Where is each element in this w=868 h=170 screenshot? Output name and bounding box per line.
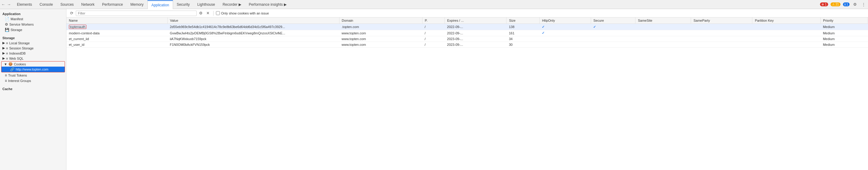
storage-app-icon: 💾 [5,28,9,32]
table-row[interactable]: modern-context-dataGvwBwJwHts2jvDEMBj0GS… [66,30,868,36]
cell-path: / [422,36,444,42]
cookies-table-container: Name Value Domain P. Expires / ... Size … [66,17,868,170]
col-priority[interactable]: Priority [820,17,868,24]
devtools-nav-icons: ← → [1,2,11,7]
clear-filter-button[interactable]: ✕ [205,10,211,16]
filter-input[interactable] [76,10,196,16]
sidebar-app-title: Application [0,10,66,16]
cell-sameparty [691,30,752,36]
tab-application[interactable]: Application [147,0,173,9]
col-domain[interactable]: Domain [339,17,422,24]
warning-badge: ⚠ 21 [831,2,840,6]
info-badge: ℹ 1 [843,2,849,6]
col-partition-key[interactable]: Partition Key [752,17,820,24]
tab-console-label: Console [39,2,53,7]
sidebar-item-indexeddb[interactable]: ▶ ≡ IndexedDB [0,51,66,56]
cell-expires: 2022-09-... [444,30,506,36]
col-expires[interactable]: Expires / ... [444,17,506,24]
cell-name: et_user_id [66,42,167,48]
cell-value: F1N0OM0bAckFVN159pck [167,42,339,48]
sidebar-item-session-storage[interactable]: ▶ ≡ Session Storage [0,45,66,51]
sidebar-item-interest-groups[interactable]: ≡ Interest Groups [0,78,66,84]
cell-size: 30 [506,42,539,48]
sidebar-item-trust-tokens[interactable]: ≡ Trust Tokens [0,73,66,78]
only-issue-checkbox[interactable] [216,11,220,15]
tab-performance[interactable]: Performance [98,0,127,9]
tab-security[interactable]: Security [173,0,194,9]
sidebar-item-manifest[interactable]: 📄 Manifest [0,16,66,22]
cell-size: 161 [506,30,539,36]
tab-network-label: Network [81,2,95,7]
sidebar-item-trust-tokens-label: Trust Tokens [8,74,27,77]
sidebar-item-storage-app[interactable]: 💾 Storage [0,27,66,33]
tab-bar: ← → Elements Console Sources Network Per… [0,0,868,9]
col-secure[interactable]: Secure [591,17,636,24]
back-icon[interactable]: ← [1,2,5,7]
devtools-settings-button[interactable]: ⚙ [852,1,858,7]
sidebar-item-cookies[interactable]: ▼ 🍪 Cookies [1,61,65,67]
tab-lighthouse[interactable]: Lighthouse [194,0,219,9]
tab-lighthouse-label: Lighthouse [197,2,215,7]
cell-domain: www.topten.com [339,42,422,48]
tab-memory[interactable]: Memory [127,0,147,9]
tab-recorder[interactable]: Recorder ▶ [219,0,245,9]
col-samesite[interactable]: SameSite [636,17,691,24]
sidebar-item-local-storage[interactable]: ▶ ≡ Local Storage [0,40,66,45]
cell-size: 138 [506,24,539,30]
col-httponly[interactable]: HttpOnly [539,17,591,24]
col-sameparty[interactable]: SameParty [691,17,752,24]
tab-security-label: Security [177,2,190,7]
cell-partition-key [752,24,820,30]
cookie-name-outlined: toptenauth [69,25,86,29]
tab-memory-label: Memory [130,2,144,7]
sidebar-item-web-sql[interactable]: ▶ ≡ Web SQL [0,56,66,61]
cell-expires: 2022-09-... [444,24,506,30]
cell-domain: www.topten.com [339,30,422,36]
cell-path: / [422,30,444,36]
sidebar-item-service-workers[interactable]: ⚙ Service Workers [0,22,66,27]
expand-icon: ▶ [2,41,5,45]
sidebar-item-local-storage-label: Local Storage [9,41,30,45]
local-storage-icon: ≡ [6,41,8,45]
cell-expires: 2023-09-... [444,36,506,42]
tab-console[interactable]: Console [36,0,57,9]
devtools-more-button[interactable]: ⋮ [861,1,867,7]
main-layout: Application 📄 Manifest ⚙ Service Workers… [0,9,868,170]
manifest-icon: 📄 [5,17,9,21]
table-row[interactable]: et_current_iidiiA7NqKWxkuob7159pckwww.to… [66,36,868,42]
cell-domain: .topten.com [339,24,422,30]
cell-value: 2d55eb969c9e54db1c4194614c78c9e8b63be6d6… [167,24,339,30]
sidebar-item-service-workers-label: Service Workers [9,23,33,26]
tab-recorder-label: Recorder ▶ [223,2,241,7]
tab-performance-insights[interactable]: Performance insights ▶ [245,0,290,9]
only-issue-filter[interactable]: Only show cookies with an issue [216,11,269,15]
sidebar-item-topten-label: http://www.topten.com [16,68,48,71]
col-size[interactable]: Size [506,17,539,24]
tab-elements[interactable]: Elements [13,0,36,9]
cell-domain: www.topten.com [339,36,422,42]
expand-icon-session: ▶ [2,46,5,50]
forward-icon[interactable]: → [7,2,11,7]
cell-path: / [422,42,444,48]
refresh-button[interactable]: ⟳ [69,10,74,16]
filter-settings-button[interactable]: ⚙ [198,10,204,16]
cell-priority: Medium [820,36,868,42]
expand-icon-idb: ▶ [2,51,5,55]
tab-elements-label: Elements [17,2,32,7]
sidebar-item-topten-url[interactable]: 🔗 http://www.topten.com [1,67,65,72]
tab-performance-insights-label: Performance insights ▶ [249,2,287,7]
tab-sources[interactable]: Sources [57,0,78,9]
col-value[interactable]: Value [167,17,339,24]
error-badge: ⊗ 1 [820,2,828,6]
tab-network[interactable]: Network [78,0,98,9]
cell-value: GvwBwJwHts2jvDEMBj0GS8%2BwFtnbigm6sdiEKV… [167,30,339,36]
cell-name: et_current_iid [66,36,167,42]
content-area: ⟳ ⚙ ✕ Only show cookies with an issue Na… [66,9,868,170]
cell-samesite [636,24,691,30]
cell-samesite [636,36,691,42]
cell-priority: Medium [820,42,868,48]
table-row[interactable]: toptenauth2d55eb969c9e54db1c4194614c78c9… [66,24,868,30]
col-name[interactable]: Name [66,17,167,24]
table-row[interactable]: et_user_idF1N0OM0bAckFVN159pckwww.topten… [66,42,868,48]
col-path[interactable]: P. [422,17,444,24]
